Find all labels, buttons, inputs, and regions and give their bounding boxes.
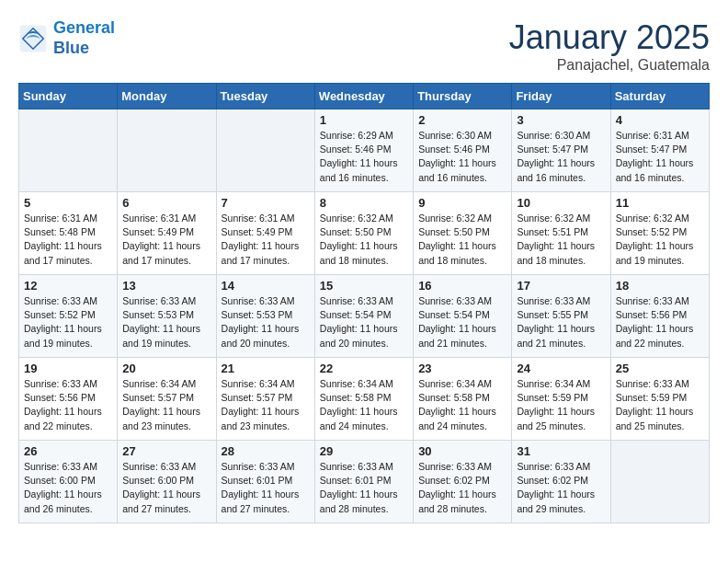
calendar-cell <box>19 109 118 192</box>
day-info: Sunrise: 6:34 AM Sunset: 5:58 PM Dayligh… <box>320 377 408 433</box>
weekday-header: Tuesday <box>216 84 314 109</box>
calendar-cell <box>610 441 709 523</box>
calendar-cell: 27Sunrise: 6:33 AM Sunset: 6:00 PM Dayli… <box>118 441 216 523</box>
day-info: Sunrise: 6:33 AM Sunset: 5:53 PM Dayligh… <box>122 294 210 350</box>
calendar-cell: 25Sunrise: 6:33 AM Sunset: 5:59 PM Dayli… <box>610 358 709 441</box>
day-info: Sunrise: 6:33 AM Sunset: 6:01 PM Dayligh… <box>320 460 408 516</box>
title-block: January 2025 Panajachel, Guatemala <box>509 18 710 74</box>
day-info: Sunrise: 6:33 AM Sunset: 6:00 PM Dayligh… <box>122 460 210 516</box>
weekday-header: Wednesday <box>314 84 413 109</box>
logo-general: General <box>53 18 115 37</box>
calendar-cell: 14Sunrise: 6:33 AM Sunset: 5:53 PM Dayli… <box>216 275 314 358</box>
logo-icon <box>18 24 48 53</box>
day-info: Sunrise: 6:34 AM Sunset: 5:57 PM Dayligh… <box>222 377 310 433</box>
day-number: 31 <box>517 444 605 458</box>
day-number: 16 <box>418 279 506 293</box>
calendar-cell: 10Sunrise: 6:32 AM Sunset: 5:51 PM Dayli… <box>512 192 610 275</box>
calendar-cell: 22Sunrise: 6:34 AM Sunset: 5:58 PM Dayli… <box>314 358 413 441</box>
day-number: 18 <box>616 279 704 293</box>
day-number: 29 <box>320 444 408 458</box>
day-number: 6 <box>122 196 210 210</box>
day-number: 27 <box>122 444 210 458</box>
day-number: 26 <box>24 444 112 458</box>
calendar-cell: 7Sunrise: 6:31 AM Sunset: 5:49 PM Daylig… <box>216 192 314 275</box>
calendar-week-row: 26Sunrise: 6:33 AM Sunset: 6:00 PM Dayli… <box>19 441 710 523</box>
calendar-cell <box>118 109 216 192</box>
calendar-table: SundayMondayTuesdayWednesdayThursdayFrid… <box>18 83 710 523</box>
day-number: 23 <box>418 362 506 375</box>
weekday-header: Sunday <box>19 84 118 109</box>
logo-blue: Blue <box>53 39 89 57</box>
day-info: Sunrise: 6:34 AM Sunset: 5:59 PM Dayligh… <box>517 377 605 433</box>
day-number: 30 <box>418 444 506 458</box>
day-info: Sunrise: 6:31 AM Sunset: 5:49 PM Dayligh… <box>122 212 210 268</box>
calendar-cell: 28Sunrise: 6:33 AM Sunset: 6:01 PM Dayli… <box>216 441 314 523</box>
day-info: Sunrise: 6:30 AM Sunset: 5:47 PM Dayligh… <box>517 129 605 185</box>
day-info: Sunrise: 6:33 AM Sunset: 5:56 PM Dayligh… <box>616 294 704 350</box>
day-info: Sunrise: 6:30 AM Sunset: 5:46 PM Dayligh… <box>418 129 506 185</box>
day-info: Sunrise: 6:31 AM Sunset: 5:47 PM Dayligh… <box>616 129 704 185</box>
day-number: 1 <box>320 113 408 127</box>
calendar-week-row: 1Sunrise: 6:29 AM Sunset: 5:46 PM Daylig… <box>19 109 710 192</box>
calendar-cell: 9Sunrise: 6:32 AM Sunset: 5:50 PM Daylig… <box>414 192 512 275</box>
day-info: Sunrise: 6:33 AM Sunset: 6:02 PM Dayligh… <box>418 460 506 516</box>
day-number: 5 <box>24 196 112 210</box>
page-header: General Blue January 2025 Panajachel, Gu… <box>18 18 710 74</box>
day-info: Sunrise: 6:33 AM Sunset: 5:54 PM Dayligh… <box>320 294 408 350</box>
calendar-cell: 17Sunrise: 6:33 AM Sunset: 5:55 PM Dayli… <box>512 275 610 358</box>
day-number: 11 <box>616 196 704 210</box>
day-info: Sunrise: 6:33 AM Sunset: 5:54 PM Dayligh… <box>418 294 506 350</box>
calendar-cell: 11Sunrise: 6:32 AM Sunset: 5:52 PM Dayli… <box>610 192 709 275</box>
day-number: 13 <box>122 279 210 293</box>
calendar-cell: 3Sunrise: 6:30 AM Sunset: 5:47 PM Daylig… <box>512 109 610 192</box>
calendar-cell: 15Sunrise: 6:33 AM Sunset: 5:54 PM Dayli… <box>314 275 413 358</box>
day-info: Sunrise: 6:29 AM Sunset: 5:46 PM Dayligh… <box>320 129 408 185</box>
logo: General Blue <box>18 18 115 58</box>
calendar-cell: 6Sunrise: 6:31 AM Sunset: 5:49 PM Daylig… <box>118 192 216 275</box>
day-info: Sunrise: 6:33 AM Sunset: 6:02 PM Dayligh… <box>517 460 605 516</box>
calendar-week-row: 19Sunrise: 6:33 AM Sunset: 5:56 PM Dayli… <box>19 358 710 441</box>
day-number: 10 <box>517 196 605 210</box>
calendar-cell: 19Sunrise: 6:33 AM Sunset: 5:56 PM Dayli… <box>19 358 118 441</box>
day-number: 25 <box>616 362 704 375</box>
day-number: 14 <box>222 279 310 293</box>
day-info: Sunrise: 6:33 AM Sunset: 5:52 PM Dayligh… <box>24 294 112 350</box>
weekday-header: Saturday <box>610 84 709 109</box>
day-number: 24 <box>517 362 605 375</box>
calendar-body: 1Sunrise: 6:29 AM Sunset: 5:46 PM Daylig… <box>19 109 710 523</box>
calendar-cell: 13Sunrise: 6:33 AM Sunset: 5:53 PM Dayli… <box>118 275 216 358</box>
calendar-cell: 29Sunrise: 6:33 AM Sunset: 6:01 PM Dayli… <box>314 441 413 523</box>
day-number: 4 <box>616 113 704 127</box>
day-number: 2 <box>418 113 506 127</box>
day-number: 7 <box>222 196 310 210</box>
weekday-header: Friday <box>512 84 610 109</box>
calendar-cell: 4Sunrise: 6:31 AM Sunset: 5:47 PM Daylig… <box>610 109 709 192</box>
day-info: Sunrise: 6:34 AM Sunset: 5:57 PM Dayligh… <box>122 377 210 433</box>
calendar-cell: 23Sunrise: 6:34 AM Sunset: 5:58 PM Dayli… <box>414 358 512 441</box>
calendar-cell: 16Sunrise: 6:33 AM Sunset: 5:54 PM Dayli… <box>414 275 512 358</box>
day-number: 17 <box>517 279 605 293</box>
day-info: Sunrise: 6:32 AM Sunset: 5:51 PM Dayligh… <box>517 212 605 268</box>
day-number: 12 <box>24 279 112 293</box>
header-row: SundayMondayTuesdayWednesdayThursdayFrid… <box>19 84 710 109</box>
calendar-cell: 20Sunrise: 6:34 AM Sunset: 5:57 PM Dayli… <box>118 358 216 441</box>
calendar-cell: 30Sunrise: 6:33 AM Sunset: 6:02 PM Dayli… <box>414 441 512 523</box>
day-info: Sunrise: 6:33 AM Sunset: 6:01 PM Dayligh… <box>222 460 310 516</box>
day-number: 19 <box>24 362 112 375</box>
calendar-cell: 26Sunrise: 6:33 AM Sunset: 6:00 PM Dayli… <box>19 441 118 523</box>
calendar-week-row: 12Sunrise: 6:33 AM Sunset: 5:52 PM Dayli… <box>19 275 710 358</box>
calendar-cell <box>216 109 314 192</box>
day-info: Sunrise: 6:34 AM Sunset: 5:58 PM Dayligh… <box>418 377 506 433</box>
day-number: 22 <box>320 362 408 375</box>
calendar-cell: 31Sunrise: 6:33 AM Sunset: 6:02 PM Dayli… <box>512 441 610 523</box>
calendar-cell: 5Sunrise: 6:31 AM Sunset: 5:48 PM Daylig… <box>19 192 118 275</box>
calendar-week-row: 5Sunrise: 6:31 AM Sunset: 5:48 PM Daylig… <box>19 192 710 275</box>
day-info: Sunrise: 6:31 AM Sunset: 5:49 PM Dayligh… <box>222 212 310 268</box>
month-title: January 2025 <box>509 18 710 57</box>
logo-text: General Blue <box>53 18 115 58</box>
day-info: Sunrise: 6:31 AM Sunset: 5:48 PM Dayligh… <box>24 212 112 268</box>
calendar-cell: 12Sunrise: 6:33 AM Sunset: 5:52 PM Dayli… <box>19 275 118 358</box>
day-info: Sunrise: 6:33 AM Sunset: 6:00 PM Dayligh… <box>24 460 112 516</box>
day-number: 8 <box>320 196 408 210</box>
day-info: Sunrise: 6:32 AM Sunset: 5:50 PM Dayligh… <box>418 212 506 268</box>
